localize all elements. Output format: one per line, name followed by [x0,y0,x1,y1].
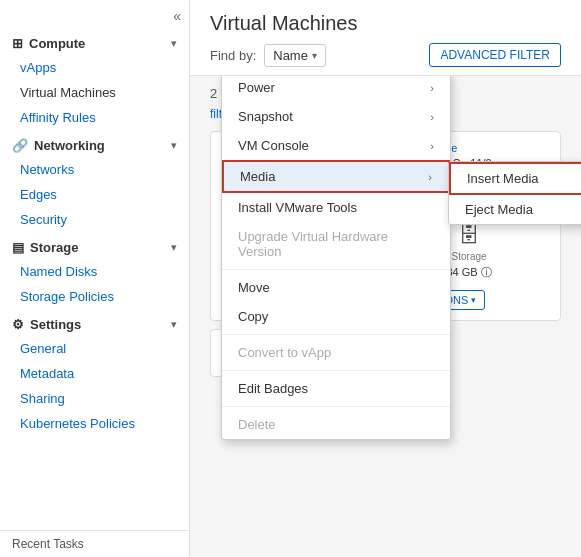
main-header: Virtual Machines Find by: Name ▾ ADVANCE… [190,0,581,76]
sidebar-section-networking: 🔗 Networking ▾ Networks Edges Security [0,130,189,232]
sidebar-item-vapps[interactable]: vApps [0,55,189,80]
networking-group-label: Networking [34,138,105,153]
collapse-icon[interactable]: « [173,8,181,24]
submenu-item-insert-media[interactable]: Insert Media [449,162,581,195]
content-area: 2 V filters Power › Snapshot › VM Cons [190,76,581,557]
storage-icon: ▤ [12,240,24,255]
sidebar-item-storage-policies[interactable]: Storage Policies [0,284,189,309]
sidebar-item-networks[interactable]: Networks [0,157,189,182]
sidebar-group-storage[interactable]: ▤ Storage ▾ [0,232,189,259]
settings-icon: ⚙ [12,317,24,332]
menu-item-media[interactable]: Media › Insert Media Eject Media [222,160,450,193]
sidebar-section-compute: ⊞ Compute ▾ vApps Virtual Machines Affin… [0,28,189,130]
compute-group-label: Compute [29,36,85,51]
sidebar-item-affinity-rules[interactable]: Affinity Rules [0,105,189,130]
sidebar-group-compute[interactable]: ⊞ Compute ▾ [0,28,189,55]
sidebar-section-settings: ⚙ Settings ▾ General Metadata Sharing Ku… [0,309,189,436]
find-value: Name [273,48,308,63]
media-submenu: Insert Media Eject Media [448,161,581,225]
find-label: Find by: [210,48,256,63]
menu-item-power[interactable]: Power › [222,76,450,102]
sidebar-item-sharing[interactable]: Sharing [0,386,189,411]
sidebar: « ⊞ Compute ▾ vApps Virtual Machines Aff… [0,0,190,557]
menu-item-vm-console[interactable]: VM Console › [222,131,450,160]
vm-cards-container: Power › Snapshot › VM Console › Media › [210,131,561,321]
vm-card-1: Power › Snapshot › VM Console › Media › [210,131,387,321]
menu-item-copy[interactable]: Copy [222,302,450,331]
recent-tasks-label: Recent Tasks [12,537,84,551]
sidebar-section-storage: ▤ Storage ▾ Named Disks Storage Policies [0,232,189,309]
vm-console-arrow-icon: › [430,140,434,152]
find-dropdown-chevron-icon: ▾ [312,50,317,61]
menu-divider-4 [222,406,450,407]
snapshot-arrow-icon: › [430,111,434,123]
sidebar-group-networking[interactable]: 🔗 Networking ▾ [0,130,189,157]
sidebar-item-named-disks[interactable]: Named Disks [0,259,189,284]
submenu-item-eject-media[interactable]: Eject Media [449,195,581,224]
sidebar-item-metadata[interactable]: Metadata [0,361,189,386]
sidebar-item-virtual-machines[interactable]: Virtual Machines [0,80,189,105]
menu-item-delete: Delete [222,410,450,439]
sidebar-group-settings[interactable]: ⚙ Settings ▾ [0,309,189,336]
main-content: Virtual Machines Find by: Name ▾ ADVANCE… [190,0,581,557]
storage-value: 84 GB ⓘ [446,265,491,280]
find-dropdown[interactable]: Name ▾ [264,44,326,67]
menu-divider-1 [222,269,450,270]
storage-chevron-icon: ▾ [171,241,177,254]
menu-item-convert-to-vapp: Convert to vApp [222,338,450,367]
menu-divider-2 [222,334,450,335]
menu-item-edit-badges[interactable]: Edit Badges [222,374,450,403]
media-arrow-icon: › [428,171,432,183]
menu-item-upgrade-hardware: Upgrade Virtual Hardware Version [222,222,450,266]
sidebar-item-security[interactable]: Security [0,207,189,232]
storage-label: Storage [452,251,487,262]
menu-item-snapshot[interactable]: Snapshot › [222,102,450,131]
find-bar: Find by: Name ▾ ADVANCED FILTER [210,43,561,67]
settings-group-label: Settings [30,317,81,332]
sidebar-item-edges[interactable]: Edges [0,182,189,207]
context-menu: Power › Snapshot › VM Console › Media › [221,76,451,440]
sidebar-item-general[interactable]: General [0,336,189,361]
menu-item-move[interactable]: Move [222,273,450,302]
settings-chevron-icon: ▾ [171,318,177,331]
vm-storage-spec: 🗄 Storage 84 GB ⓘ [446,222,491,280]
storage-spec-icon: 🗄 [458,222,480,248]
sidebar-collapse-button[interactable]: « [0,0,189,28]
storage-group-label: Storage [30,240,78,255]
sidebar-item-kubernetes-policies[interactable]: Kubernetes Policies [0,411,189,436]
compute-chevron-icon: ▾ [171,37,177,50]
sidebar-footer: Recent Tasks [0,530,189,557]
network-icon: 🔗 [12,138,28,153]
menu-divider-3 [222,370,450,371]
actions-chevron-icon-2: ▾ [471,295,476,305]
advanced-filter-button[interactable]: ADVANCED FILTER [429,43,561,67]
menu-item-install-vmware-tools[interactable]: Install VMware Tools [222,193,450,222]
page-title: Virtual Machines [210,12,561,35]
grid-icon: ⊞ [12,36,23,51]
networking-chevron-icon: ▾ [171,139,177,152]
power-arrow-icon: › [430,82,434,94]
